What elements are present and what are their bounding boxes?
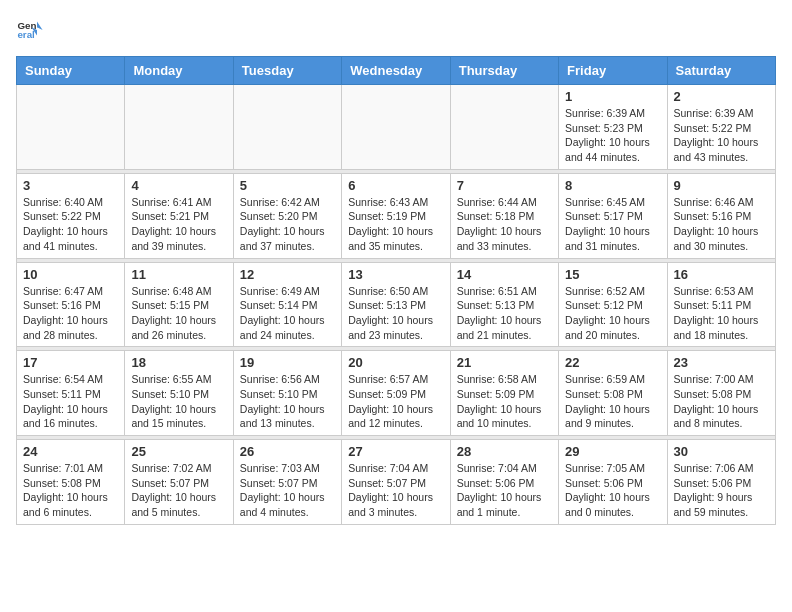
calendar-day-cell: 14Sunrise: 6:51 AM Sunset: 5:13 PM Dayli… xyxy=(450,262,558,347)
day-number: 13 xyxy=(348,267,443,282)
day-of-week-header: Saturday xyxy=(667,57,775,85)
calendar-header: SundayMondayTuesdayWednesdayThursdayFrid… xyxy=(17,57,776,85)
calendar-day-cell: 19Sunrise: 6:56 AM Sunset: 5:10 PM Dayli… xyxy=(233,351,341,436)
day-info: Sunrise: 6:54 AM Sunset: 5:11 PM Dayligh… xyxy=(23,372,118,431)
day-info: Sunrise: 7:05 AM Sunset: 5:06 PM Dayligh… xyxy=(565,461,660,520)
day-info: Sunrise: 6:39 AM Sunset: 5:22 PM Dayligh… xyxy=(674,106,769,165)
day-of-week-header: Sunday xyxy=(17,57,125,85)
calendar-week-row: 17Sunrise: 6:54 AM Sunset: 5:11 PM Dayli… xyxy=(17,351,776,436)
day-number: 14 xyxy=(457,267,552,282)
day-number: 4 xyxy=(131,178,226,193)
calendar-day-cell: 8Sunrise: 6:45 AM Sunset: 5:17 PM Daylig… xyxy=(559,173,667,258)
calendar-week-row: 3Sunrise: 6:40 AM Sunset: 5:22 PM Daylig… xyxy=(17,173,776,258)
day-number: 29 xyxy=(565,444,660,459)
day-number: 16 xyxy=(674,267,769,282)
calendar-day-cell: 13Sunrise: 6:50 AM Sunset: 5:13 PM Dayli… xyxy=(342,262,450,347)
day-info: Sunrise: 6:52 AM Sunset: 5:12 PM Dayligh… xyxy=(565,284,660,343)
day-of-week-header: Tuesday xyxy=(233,57,341,85)
day-number: 9 xyxy=(674,178,769,193)
day-of-week-header: Friday xyxy=(559,57,667,85)
day-info: Sunrise: 7:03 AM Sunset: 5:07 PM Dayligh… xyxy=(240,461,335,520)
day-number: 10 xyxy=(23,267,118,282)
day-info: Sunrise: 6:57 AM Sunset: 5:09 PM Dayligh… xyxy=(348,372,443,431)
calendar-day-cell xyxy=(17,85,125,170)
day-info: Sunrise: 7:00 AM Sunset: 5:08 PM Dayligh… xyxy=(674,372,769,431)
calendar-week-row: 24Sunrise: 7:01 AM Sunset: 5:08 PM Dayli… xyxy=(17,440,776,525)
day-number: 8 xyxy=(565,178,660,193)
calendar-day-cell: 28Sunrise: 7:04 AM Sunset: 5:06 PM Dayli… xyxy=(450,440,558,525)
calendar-week-row: 10Sunrise: 6:47 AM Sunset: 5:16 PM Dayli… xyxy=(17,262,776,347)
day-info: Sunrise: 6:39 AM Sunset: 5:23 PM Dayligh… xyxy=(565,106,660,165)
calendar-day-cell: 23Sunrise: 7:00 AM Sunset: 5:08 PM Dayli… xyxy=(667,351,775,436)
day-info: Sunrise: 6:49 AM Sunset: 5:14 PM Dayligh… xyxy=(240,284,335,343)
day-number: 18 xyxy=(131,355,226,370)
calendar-day-cell: 6Sunrise: 6:43 AM Sunset: 5:19 PM Daylig… xyxy=(342,173,450,258)
day-info: Sunrise: 6:50 AM Sunset: 5:13 PM Dayligh… xyxy=(348,284,443,343)
day-number: 27 xyxy=(348,444,443,459)
day-info: Sunrise: 6:42 AM Sunset: 5:20 PM Dayligh… xyxy=(240,195,335,254)
day-number: 30 xyxy=(674,444,769,459)
calendar-day-cell: 26Sunrise: 7:03 AM Sunset: 5:07 PM Dayli… xyxy=(233,440,341,525)
calendar-day-cell: 30Sunrise: 7:06 AM Sunset: 5:06 PM Dayli… xyxy=(667,440,775,525)
day-info: Sunrise: 6:46 AM Sunset: 5:16 PM Dayligh… xyxy=(674,195,769,254)
day-info: Sunrise: 6:53 AM Sunset: 5:11 PM Dayligh… xyxy=(674,284,769,343)
calendar-day-cell: 1Sunrise: 6:39 AM Sunset: 5:23 PM Daylig… xyxy=(559,85,667,170)
day-info: Sunrise: 6:45 AM Sunset: 5:17 PM Dayligh… xyxy=(565,195,660,254)
day-of-week-header: Thursday xyxy=(450,57,558,85)
day-number: 24 xyxy=(23,444,118,459)
day-number: 2 xyxy=(674,89,769,104)
day-info: Sunrise: 7:04 AM Sunset: 5:06 PM Dayligh… xyxy=(457,461,552,520)
day-number: 3 xyxy=(23,178,118,193)
day-info: Sunrise: 6:44 AM Sunset: 5:18 PM Dayligh… xyxy=(457,195,552,254)
calendar-day-cell: 22Sunrise: 6:59 AM Sunset: 5:08 PM Dayli… xyxy=(559,351,667,436)
calendar-day-cell: 11Sunrise: 6:48 AM Sunset: 5:15 PM Dayli… xyxy=(125,262,233,347)
day-info: Sunrise: 6:55 AM Sunset: 5:10 PM Dayligh… xyxy=(131,372,226,431)
calendar-day-cell: 17Sunrise: 6:54 AM Sunset: 5:11 PM Dayli… xyxy=(17,351,125,436)
calendar-day-cell: 24Sunrise: 7:01 AM Sunset: 5:08 PM Dayli… xyxy=(17,440,125,525)
day-info: Sunrise: 6:41 AM Sunset: 5:21 PM Dayligh… xyxy=(131,195,226,254)
svg-text:eral: eral xyxy=(17,29,35,40)
day-number: 21 xyxy=(457,355,552,370)
calendar-day-cell: 5Sunrise: 6:42 AM Sunset: 5:20 PM Daylig… xyxy=(233,173,341,258)
day-info: Sunrise: 6:51 AM Sunset: 5:13 PM Dayligh… xyxy=(457,284,552,343)
day-number: 5 xyxy=(240,178,335,193)
calendar-day-cell: 12Sunrise: 6:49 AM Sunset: 5:14 PM Dayli… xyxy=(233,262,341,347)
calendar-day-cell: 15Sunrise: 6:52 AM Sunset: 5:12 PM Dayli… xyxy=(559,262,667,347)
day-info: Sunrise: 6:43 AM Sunset: 5:19 PM Dayligh… xyxy=(348,195,443,254)
day-number: 17 xyxy=(23,355,118,370)
calendar-day-cell: 25Sunrise: 7:02 AM Sunset: 5:07 PM Dayli… xyxy=(125,440,233,525)
calendar-day-cell xyxy=(125,85,233,170)
calendar-day-cell: 9Sunrise: 6:46 AM Sunset: 5:16 PM Daylig… xyxy=(667,173,775,258)
calendar-day-cell: 3Sunrise: 6:40 AM Sunset: 5:22 PM Daylig… xyxy=(17,173,125,258)
day-of-week-header: Wednesday xyxy=(342,57,450,85)
calendar-day-cell: 10Sunrise: 6:47 AM Sunset: 5:16 PM Dayli… xyxy=(17,262,125,347)
day-number: 7 xyxy=(457,178,552,193)
calendar-day-cell: 7Sunrise: 6:44 AM Sunset: 5:18 PM Daylig… xyxy=(450,173,558,258)
calendar-day-cell: 16Sunrise: 6:53 AM Sunset: 5:11 PM Dayli… xyxy=(667,262,775,347)
day-number: 12 xyxy=(240,267,335,282)
day-number: 22 xyxy=(565,355,660,370)
day-number: 11 xyxy=(131,267,226,282)
day-info: Sunrise: 6:56 AM Sunset: 5:10 PM Dayligh… xyxy=(240,372,335,431)
calendar-day-cell xyxy=(233,85,341,170)
day-number: 28 xyxy=(457,444,552,459)
day-number: 20 xyxy=(348,355,443,370)
day-info: Sunrise: 7:01 AM Sunset: 5:08 PM Dayligh… xyxy=(23,461,118,520)
day-number: 15 xyxy=(565,267,660,282)
logo-icon: Gen eral xyxy=(16,16,44,44)
day-of-week-header: Monday xyxy=(125,57,233,85)
calendar-day-cell: 20Sunrise: 6:57 AM Sunset: 5:09 PM Dayli… xyxy=(342,351,450,436)
day-info: Sunrise: 7:04 AM Sunset: 5:07 PM Dayligh… xyxy=(348,461,443,520)
day-info: Sunrise: 6:59 AM Sunset: 5:08 PM Dayligh… xyxy=(565,372,660,431)
day-info: Sunrise: 6:47 AM Sunset: 5:16 PM Dayligh… xyxy=(23,284,118,343)
day-number: 19 xyxy=(240,355,335,370)
day-info: Sunrise: 7:02 AM Sunset: 5:07 PM Dayligh… xyxy=(131,461,226,520)
calendar-week-row: 1Sunrise: 6:39 AM Sunset: 5:23 PM Daylig… xyxy=(17,85,776,170)
day-info: Sunrise: 6:40 AM Sunset: 5:22 PM Dayligh… xyxy=(23,195,118,254)
day-info: Sunrise: 6:58 AM Sunset: 5:09 PM Dayligh… xyxy=(457,372,552,431)
day-number: 23 xyxy=(674,355,769,370)
day-number: 1 xyxy=(565,89,660,104)
calendar-day-cell xyxy=(450,85,558,170)
calendar-day-cell: 21Sunrise: 6:58 AM Sunset: 5:09 PM Dayli… xyxy=(450,351,558,436)
calendar-day-cell: 29Sunrise: 7:05 AM Sunset: 5:06 PM Dayli… xyxy=(559,440,667,525)
